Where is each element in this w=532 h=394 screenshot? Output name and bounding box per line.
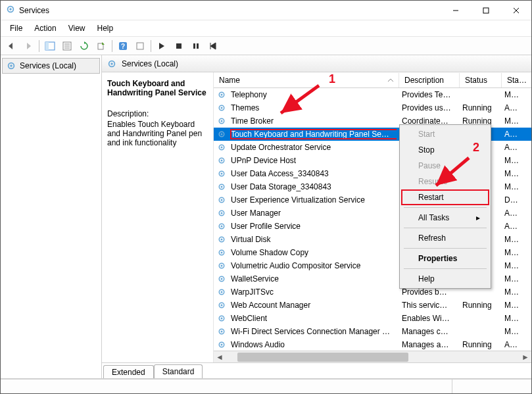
cell-name: User Data Access_3340843 — [226, 168, 397, 179]
cell-description: Enables Win… — [397, 313, 457, 324]
service-gear-icon — [214, 116, 226, 126]
svg-point-32 — [221, 147, 223, 149]
sort-indicator-icon — [388, 78, 393, 82]
tab-extended[interactable]: Extended — [103, 365, 154, 378]
ctx-help[interactable]: Help — [401, 271, 489, 287]
service-row[interactable]: WebClientEnables Win…Ma — [214, 312, 531, 325]
service-gear-icon — [214, 156, 226, 165]
minimize-button[interactable] — [441, 1, 471, 20]
svg-rect-15 — [137, 43, 143, 49]
service-gear-icon — [214, 261, 226, 270]
service-gear-icon — [214, 235, 226, 244]
ctx-resume: Resume — [401, 174, 489, 189]
column-description[interactable]: Description — [399, 73, 460, 87]
cell-description: Manages au… — [397, 339, 457, 350]
service-gear-icon — [214, 143, 226, 152]
ctx-all-tasks[interactable]: All Tasks▸ — [401, 210, 489, 226]
cell-startup: Ma — [499, 313, 519, 324]
cell-startup: Ma — [499, 247, 519, 258]
scroll-left-arrow-icon[interactable]: ◄ — [214, 352, 226, 362]
cell-startup: Ma — [499, 182, 519, 192]
menu-file[interactable]: File — [5, 22, 28, 34]
ctx-properties[interactable]: Properties — [401, 251, 489, 266]
service-gear-icon — [214, 301, 226, 310]
cell-name: Telephony — [226, 89, 397, 100]
ctx-stop[interactable]: Stop — [401, 142, 489, 158]
column-status[interactable]: Status — [460, 73, 502, 87]
restart-service-button[interactable] — [205, 38, 221, 54]
service-gear-icon — [214, 222, 226, 231]
cell-startup: Ma — [499, 234, 519, 245]
menu-help[interactable]: Help — [92, 22, 119, 34]
tree-root-label: Services (Local) — [20, 61, 76, 70]
svg-point-24 — [221, 94, 223, 96]
svg-rect-17 — [193, 43, 195, 49]
scroll-thumb[interactable] — [237, 353, 408, 362]
service-row[interactable]: Windows AudioManages au…RunningAu — [214, 338, 531, 351]
svg-point-36 — [221, 173, 223, 175]
column-name[interactable]: Name — [214, 73, 399, 87]
close-button[interactable] — [501, 1, 531, 20]
cell-startup: Ma — [499, 287, 519, 297]
menu-view[interactable]: View — [63, 22, 91, 34]
svg-point-48 — [221, 252, 223, 254]
pane-gear-icon — [107, 59, 116, 68]
service-row[interactable]: TelephonyProvides Tel…Ma — [214, 88, 531, 101]
cell-name: Touch Keyboard and Handwriting Panel Ser… — [226, 129, 397, 139]
tab-standard[interactable]: Standard — [154, 364, 203, 378]
service-gear-icon — [214, 169, 226, 178]
cell-startup: Ma — [499, 326, 519, 337]
service-row[interactable]: ThemesProvides us…RunningAu — [214, 101, 531, 114]
column-headers: Name Description Status Sta… — [214, 72, 531, 88]
description-text: Enables Touch Keyboard and Handwriting P… — [107, 120, 208, 147]
forward-button[interactable] — [20, 38, 36, 54]
menu-action[interactable]: Action — [29, 22, 61, 34]
service-gear-icon — [214, 195, 226, 205]
properties-button[interactable] — [59, 38, 75, 54]
pause-service-button[interactable] — [188, 38, 204, 54]
cell-status — [457, 318, 499, 319]
cell-status: Running — [457, 339, 499, 350]
menu-bar: File Action View Help — [1, 20, 531, 37]
cell-name: Wi-Fi Direct Services Connection Manager… — [226, 326, 397, 337]
svg-rect-16 — [176, 43, 181, 49]
help-button[interactable]: ? — [115, 38, 131, 54]
svg-point-1 — [9, 8, 12, 11]
scroll-right-arrow-icon[interactable]: ► — [520, 352, 531, 362]
refresh-button[interactable] — [76, 38, 92, 54]
help-toolbar-icon[interactable] — [132, 38, 148, 54]
pane-title: Services (Local) — [122, 59, 178, 68]
export-button[interactable] — [93, 38, 109, 54]
services-window: Services File Action View Help ? — [0, 0, 532, 394]
service-gear-icon — [214, 103, 226, 112]
cell-name: User Manager — [226, 208, 397, 218]
service-gear-icon — [214, 274, 226, 283]
toolbar: ? — [1, 37, 531, 55]
service-row[interactable]: Web Account ManagerThis service …Running… — [214, 299, 531, 312]
cell-name: Volume Shadow Copy — [226, 247, 397, 258]
ctx-start: Start — [401, 126, 489, 142]
ctx-restart[interactable]: Restart — [401, 189, 489, 205]
cell-startup: Ma — [499, 89, 519, 100]
svg-rect-18 — [197, 43, 199, 49]
back-button[interactable] — [3, 38, 19, 54]
cell-status: Running — [457, 103, 499, 113]
start-service-button[interactable] — [154, 38, 170, 54]
svg-point-40 — [221, 199, 223, 201]
service-gear-icon — [214, 340, 226, 349]
svg-point-30 — [221, 134, 223, 135]
show-hide-tree-button[interactable] — [42, 38, 58, 54]
column-startup[interactable]: Sta… — [502, 73, 521, 87]
service-row[interactable]: Wi-Fi Direct Services Connection Manager… — [214, 325, 531, 338]
cell-startup: Ma — [499, 168, 519, 179]
main-pane: Services (Local) Touch Keyboard and Hand… — [102, 55, 531, 378]
horizontal-scrollbar[interactable]: ◄ ► — [214, 351, 531, 362]
cell-name: Volumetric Audio Compositor Service — [226, 260, 397, 271]
ctx-refresh[interactable]: Refresh — [401, 230, 489, 246]
service-gear-icon — [214, 182, 226, 191]
stop-service-button[interactable] — [171, 38, 187, 54]
title-bar: Services — [1, 1, 531, 20]
cell-startup: Dis — [499, 195, 519, 205]
tree-root-services-local[interactable]: Services (Local) — [2, 58, 100, 74]
maximize-button[interactable] — [471, 1, 501, 20]
